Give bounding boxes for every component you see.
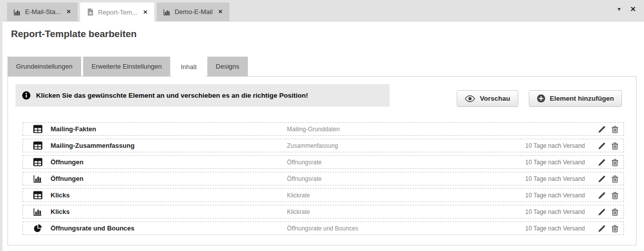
add-element-button[interactable]: Element hinzufügen <box>529 90 622 107</box>
page-title: Report-Template bearbeiten <box>11 29 137 40</box>
window-tab-report-tem[interactable]: Report-Tem...✕ <box>80 3 154 22</box>
edit-element-button[interactable] <box>598 125 606 133</box>
row-actions <box>598 158 619 166</box>
table-icon <box>33 158 43 166</box>
element-label: Mailing-Fakten <box>51 125 287 133</box>
element-label: Öffnungen <box>51 158 287 166</box>
element-list: Mailing-FaktenMailing-GrunddatenMailing-… <box>23 122 624 238</box>
info-text: Klicken Sie das gewünschte Element an un… <box>36 92 308 99</box>
row-actions <box>598 224 619 232</box>
element-row-mailing-fakten[interactable]: Mailing-FaktenMailing-Grunddaten <box>23 122 624 136</box>
element-category: Klickrate <box>287 208 525 215</box>
edit-element-button[interactable] <box>598 142 606 150</box>
tab-grundeinstellungen[interactable]: Grundeinstellungen <box>8 57 81 76</box>
element-category: Öffnungsrate <box>287 159 525 166</box>
delete-element-button[interactable] <box>611 125 619 133</box>
element-schedule: 10 Tage nach Versand <box>525 142 585 149</box>
row-actions <box>598 175 619 183</box>
edit-element-button[interactable] <box>598 208 606 216</box>
pie-chart-icon <box>33 224 43 232</box>
row-actions <box>598 208 619 216</box>
delete-element-button[interactable] <box>611 224 619 232</box>
edit-element-button[interactable] <box>598 191 606 199</box>
row-actions <box>598 191 619 199</box>
delete-element-button[interactable] <box>611 158 619 166</box>
content-panel: Klicken Sie das gewünschte Element an un… <box>8 76 636 245</box>
close-icon[interactable]: ✕ <box>630 6 636 13</box>
element-label: Klicks <box>51 191 287 199</box>
table-icon <box>33 191 43 199</box>
row-actions <box>598 142 619 150</box>
element-category: Zusammenfassung <box>287 142 525 149</box>
close-tab-icon[interactable]: ✕ <box>218 9 223 15</box>
element-schedule: 10 Tage nach Versand <box>525 192 585 199</box>
element-row-klicks[interactable]: KlicksKlickrate10 Tage nach Versand <box>23 188 624 202</box>
bar-chart-icon <box>163 9 171 16</box>
bar-chart-icon <box>33 174 43 183</box>
close-tab-icon[interactable]: ✕ <box>143 9 147 16</box>
delete-element-button[interactable] <box>611 175 619 183</box>
bar-chart-icon <box>33 207 43 216</box>
element-category: Klickrate <box>287 192 525 199</box>
action-buttons: Vorschau Element hinzufügen <box>457 90 622 107</box>
close-tab-icon[interactable]: ✕ <box>67 9 71 15</box>
element-category: Mailing-Grunddaten <box>287 126 585 133</box>
element-label: Mailing-Zusammenfassung <box>51 142 287 149</box>
bar-chart-icon <box>14 9 21 16</box>
element-row-ffnungen[interactable]: ÖffnungenÖffnungsrate10 Tage nach Versan… <box>23 155 624 169</box>
window-tab-label: Report-Tem... <box>98 9 138 16</box>
window-tabs: E-Mail-Sta...✕Report-Tem...✕Demo-E-Mail✕ <box>7 3 232 21</box>
element-category: Öffnungsrate und Bounces <box>287 225 525 232</box>
element-schedule: 10 Tage nach Versand <box>525 225 585 232</box>
window-tab-e-mail-sta[interactable]: E-Mail-Sta...✕ <box>7 3 78 21</box>
element-label: Öffnungsrate und Bounces <box>51 224 287 232</box>
table-icon <box>33 141 43 150</box>
element-row-ffnungsrate-und-bounces[interactable]: Öffnungsrate und BouncesÖffnungsrate und… <box>23 221 624 235</box>
settings-tab-strip: GrundeinstellungenErweiterte Einstellung… <box>8 57 250 77</box>
element-schedule: 10 Tage nach Versand <box>525 159 585 166</box>
element-row-mailing-zusammenfassung[interactable]: Mailing-ZusammenfassungZusammenfassung10… <box>23 139 624 152</box>
info-banner: Klicken Sie das gewünschte Element an un… <box>16 84 390 107</box>
delete-element-button[interactable] <box>611 208 619 216</box>
preview-button[interactable]: Vorschau <box>457 90 518 107</box>
plus-circle-icon <box>537 94 545 103</box>
left-edge-strip <box>0 0 3 251</box>
report-doc-icon <box>87 9 94 16</box>
tab-designs[interactable]: Designs <box>207 57 248 76</box>
element-schedule: 10 Tage nach Versand <box>525 208 585 215</box>
delete-element-button[interactable] <box>611 142 619 150</box>
edit-element-button[interactable] <box>598 175 606 183</box>
info-icon <box>22 91 31 100</box>
table-icon <box>33 125 43 133</box>
add-element-button-label: Element hinzufügen <box>550 95 614 102</box>
edit-element-button[interactable] <box>598 158 606 166</box>
element-label: Öffnungen <box>51 175 287 182</box>
element-category: Öffnungsrate <box>287 175 525 182</box>
window-tab-demo-e-mail[interactable]: Demo-E-Mail✕ <box>157 3 229 21</box>
eye-icon <box>465 95 475 102</box>
chevron-down-icon[interactable]: ▾ <box>617 6 620 13</box>
tab-inhalt[interactable]: Inhalt <box>172 57 205 77</box>
window-tab-label: E-Mail-Sta... <box>25 8 61 16</box>
element-row-ffnungen[interactable]: ÖffnungenÖffnungsrate10 Tage nach Versan… <box>23 172 624 185</box>
window-tab-bar: E-Mail-Sta...✕Report-Tem...✕Demo-E-Mail✕ <box>3 0 644 22</box>
edit-element-button[interactable] <box>598 224 606 232</box>
window-tab-label: Demo-E-Mail <box>175 8 213 16</box>
row-actions <box>598 125 619 133</box>
element-label: Klicks <box>51 208 287 215</box>
tab-erweiterte-einstellungen[interactable]: Erweiterte Einstellungen <box>83 57 170 76</box>
delete-element-button[interactable] <box>611 191 619 199</box>
tab-bar-controls: ▾ ✕ <box>617 6 636 13</box>
preview-button-label: Vorschau <box>480 95 510 102</box>
app-window: E-Mail-Sta...✕Report-Tem...✕Demo-E-Mail✕… <box>0 0 644 251</box>
element-row-klicks[interactable]: KlicksKlickrate10 Tage nach Versand <box>23 205 624 218</box>
element-schedule: 10 Tage nach Versand <box>525 175 585 182</box>
